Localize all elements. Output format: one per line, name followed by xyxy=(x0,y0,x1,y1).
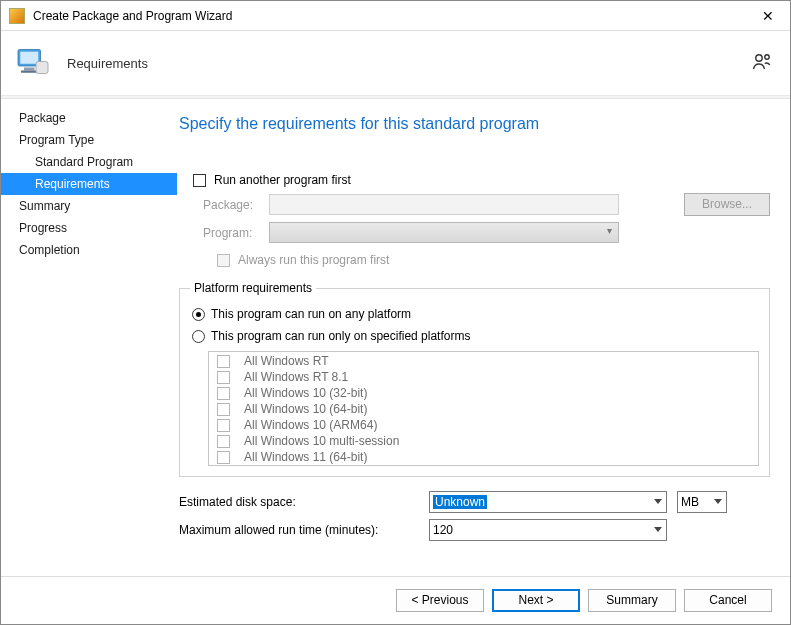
browse-button: Browse... xyxy=(684,193,770,216)
platform-item: All Windows 10 (64-bit) xyxy=(209,401,758,417)
platform-checkbox xyxy=(217,451,230,464)
platform-item: All Windows 10 (ARM64) xyxy=(209,417,758,433)
svg-rect-2 xyxy=(24,68,35,71)
svg-rect-4 xyxy=(36,62,48,74)
platform-checkbox xyxy=(217,419,230,432)
platform-checkbox xyxy=(217,435,230,448)
platform-legend: Platform requirements xyxy=(190,281,316,295)
package-input xyxy=(269,194,619,215)
wizard-content: Specify the requirements for this standa… xyxy=(177,99,790,576)
header-section-title: Requirements xyxy=(67,56,148,71)
summary-button[interactable]: Summary xyxy=(588,589,676,612)
computer-icon xyxy=(15,45,51,81)
program-dropdown xyxy=(269,222,619,243)
program-label: Program: xyxy=(179,226,269,240)
radio-any-platform-label: This program can run on any platform xyxy=(211,307,411,321)
nav-program-type[interactable]: Program Type xyxy=(1,129,177,151)
always-run-first-checkbox xyxy=(217,254,230,267)
platform-item: All Windows RT 8.1 xyxy=(209,369,758,385)
platform-item: All Windows 10 (32-bit) xyxy=(209,385,758,401)
platform-list[interactable]: All Windows RT All Windows RT 8.1 All Wi… xyxy=(208,351,759,466)
next-button[interactable]: Next > xyxy=(492,589,580,612)
svg-rect-1 xyxy=(20,52,38,64)
titlebar: Create Package and Program Wizard ✕ xyxy=(1,1,790,31)
nav-progress[interactable]: Progress xyxy=(1,217,177,239)
package-label: Package: xyxy=(179,198,269,212)
platform-checkbox xyxy=(217,355,230,368)
wizard-footer: < Previous Next > Summary Cancel xyxy=(1,576,790,624)
nav-requirements[interactable]: Requirements xyxy=(1,173,177,195)
cancel-button[interactable]: Cancel xyxy=(684,589,772,612)
platform-checkbox xyxy=(217,403,230,416)
nav-standard-program[interactable]: Standard Program xyxy=(1,151,177,173)
platform-checkbox xyxy=(217,387,230,400)
page-heading: Specify the requirements for this standa… xyxy=(179,115,770,133)
disk-space-combo[interactable]: Unknown xyxy=(429,491,667,513)
window-title: Create Package and Program Wizard xyxy=(33,9,754,23)
nav-completion[interactable]: Completion xyxy=(1,239,177,261)
previous-button[interactable]: < Previous xyxy=(396,589,484,612)
disk-space-label: Estimated disk space: xyxy=(179,495,429,509)
platform-item: All Windows 10 multi-session xyxy=(209,433,758,449)
platform-item: All Windows 11 (ARM64) xyxy=(209,465,758,466)
runtime-combo[interactable]: 120 xyxy=(429,519,667,541)
disk-space-unit-combo[interactable]: MB xyxy=(677,491,727,513)
nav-summary[interactable]: Summary xyxy=(1,195,177,217)
people-icon xyxy=(750,50,776,76)
radio-specified-platforms[interactable] xyxy=(192,330,205,343)
wizard-nav: Package Program Type Standard Program Re… xyxy=(1,99,177,576)
run-another-first-checkbox[interactable] xyxy=(193,174,206,187)
app-icon xyxy=(9,8,25,24)
platform-checkbox xyxy=(217,371,230,384)
close-button[interactable]: ✕ xyxy=(754,8,782,24)
always-run-first-label: Always run this program first xyxy=(238,253,389,267)
svg-point-6 xyxy=(765,55,769,59)
run-another-first-label: Run another program first xyxy=(214,173,351,187)
nav-package[interactable]: Package xyxy=(1,107,177,129)
wizard-header: Requirements xyxy=(1,31,790,96)
svg-rect-3 xyxy=(21,71,38,73)
svg-point-5 xyxy=(756,55,762,61)
radio-specified-platforms-label: This program can run only on specified p… xyxy=(211,329,470,343)
platform-item: All Windows RT xyxy=(209,353,758,369)
platform-requirements-group: Platform requirements This program can r… xyxy=(179,281,770,477)
platform-item: All Windows 11 (64-bit) xyxy=(209,449,758,465)
runtime-label: Maximum allowed run time (minutes): xyxy=(179,523,429,537)
radio-any-platform[interactable] xyxy=(192,308,205,321)
